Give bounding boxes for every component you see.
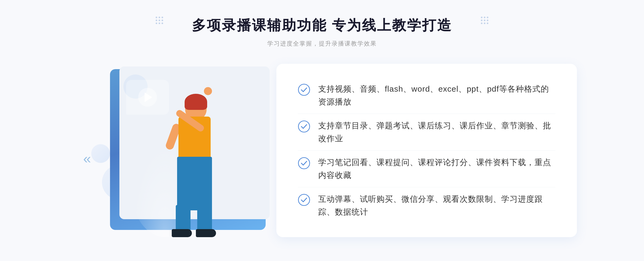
svg-point-1 [298,121,310,132]
p-hair [185,94,207,110]
check-icon-4 [298,194,310,206]
svg-point-2 [298,158,310,169]
title-dots-right-deco [481,17,488,24]
features-panel: 支持视频、音频、flash、word、excel、ppt、pdf等各种格式的资源… [276,64,577,237]
p-shoe-left [172,229,192,237]
sub-title: 学习进度全掌握，提升录播课教学效果 [192,40,452,48]
feature-item-4: 互动弹幕、试听购买、微信分享、观看次数限制、学习进度跟踪、数据统计 [298,187,555,224]
chevron-deco: « [83,151,91,167]
p-leg-left [176,205,191,232]
feature-text-2: 支持章节目录、弹题考试、课后练习、课后作业、章节测验、批改作业 [318,119,555,145]
header-section: 多项录播课辅助功能 专为线上教学打造 学习进度全掌握，提升录播课教学效果 [192,16,452,48]
feature-text-3: 学习笔记回看、课程提问、课程评论打分、课件资料下载，重点内容收藏 [318,156,555,182]
check-icon-3 [298,157,310,169]
p-shoe-right [196,229,216,237]
feature-text-4: 互动弹幕、试听购买、微信分享、观看次数限制、学习进度跟踪、数据统计 [318,193,555,218]
check-icon-1 [298,84,310,96]
p-hand-raised [204,87,212,95]
feature-item-1: 支持视频、音频、flash、word、excel、ppt、pdf等各种格式的资源… [298,77,555,114]
person-illustration [148,82,228,237]
svg-point-0 [298,84,310,95]
title-dots-left-deco [156,17,163,24]
deco-circle-outer-2 [91,144,110,163]
feature-item-2: 支持章节目录、弹题考试、课后练习、课后作业、章节测验、批改作业 [298,114,555,151]
svg-point-3 [298,194,310,206]
main-title: 多项录播课辅助功能 专为线上教学打造 [192,16,452,35]
content-area: « ✦ ✦ [67,64,577,237]
check-icon-2 [298,120,310,133]
p-leg-right [197,205,212,232]
feature-item-3: 学习笔记回看、课程提问、课程评论打分、课件资料下载，重点内容收藏 [298,151,555,187]
feature-text-1: 支持视频、音频、flash、word、excel、ppt、pdf等各种格式的资源… [318,83,555,108]
p-pants [177,157,212,210]
page-container: 多项录播课辅助功能 专为线上教学打造 学习进度全掌握，提升录播课教学效果 « [0,0,644,261]
illustration-container: « ✦ ✦ [67,64,276,237]
